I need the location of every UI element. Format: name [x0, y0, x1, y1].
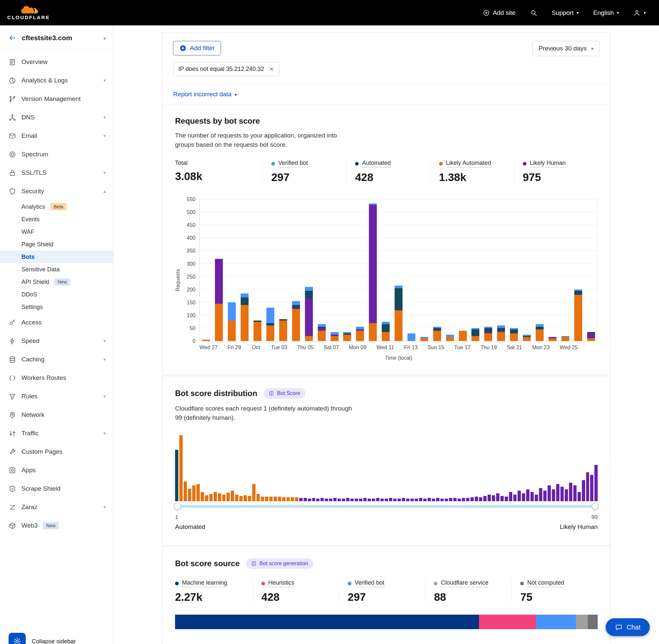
- chart-bar: [228, 200, 236, 341]
- sidebar-item-rules[interactable]: Rules▾: [0, 387, 113, 406]
- sidebar-item-sensitive-data[interactable]: Sensitive Data: [0, 263, 113, 276]
- bar-segment-automated: [382, 324, 390, 332]
- sidebar-item-ddos[interactable]: DDoS: [0, 288, 113, 301]
- bar-segment-likely-automated: [446, 337, 454, 341]
- stat-label[interactable]: Not computed: [527, 579, 564, 587]
- sidebar-item-custom-pages[interactable]: Custom Pages: [0, 442, 113, 461]
- stat-label[interactable]: Machine learning: [182, 579, 227, 587]
- bot-score-generation-badge[interactable]: Bot score generation: [246, 558, 313, 569]
- filter-chip[interactable]: IP does not equal 35.212.240.32: [173, 62, 280, 76]
- stat-automated: Automated428: [346, 160, 430, 184]
- account-menu[interactable]: ▾: [633, 9, 646, 17]
- chevron-right-icon[interactable]: ▸: [104, 35, 107, 41]
- histogram-bar: [274, 497, 277, 501]
- sidebar-item-access[interactable]: Access: [0, 313, 113, 332]
- sidebar-item-page-shield[interactable]: Page Shield: [0, 238, 113, 251]
- stat-label[interactable]: Automated: [362, 160, 391, 167]
- sidebar-item-overview[interactable]: Overview: [0, 53, 113, 71]
- sidebar-item-bots[interactable]: Bots: [0, 251, 113, 263]
- histogram-bar: [291, 497, 294, 501]
- sidebar-item-label: Network: [21, 411, 45, 418]
- sidebar-item-dns[interactable]: DNS▾: [0, 108, 113, 127]
- slider-handle-min[interactable]: [174, 503, 181, 510]
- bar-segment-automated: [433, 328, 441, 331]
- stat-label[interactable]: Likely Human: [530, 160, 566, 167]
- bar-segment-verified-bot: [356, 327, 364, 329]
- chevron-down-icon: ▾: [103, 338, 106, 344]
- sidebar-item-workers-routes[interactable]: Workers Routes: [0, 369, 113, 387]
- topbar-actions: Add site Support ▾ English ▾ ▾: [483, 9, 646, 17]
- stat-value: 88: [434, 591, 511, 603]
- histogram-bar: [192, 485, 195, 501]
- sidebar-item-traffic[interactable]: Traffic▾: [0, 424, 113, 442]
- stat-label[interactable]: Likely Automated: [446, 160, 491, 167]
- sidebar-item-web3[interactable]: Web3New: [0, 516, 113, 535]
- bar-segment-likely-automated: [459, 331, 467, 341]
- chart-bar: [343, 200, 351, 341]
- sidebar-item-analytics-logs[interactable]: Analytics & Logs▾: [0, 71, 113, 90]
- sidebar-item-settings[interactable]: Settings: [0, 301, 113, 313]
- y-tick-label: 100: [187, 313, 195, 319]
- back-arrow-icon[interactable]: [8, 34, 17, 42]
- stat-label[interactable]: Cloudflare service: [441, 579, 488, 587]
- sidebar-item-events[interactable]: Events: [0, 213, 113, 226]
- slider-handle-max[interactable]: [592, 503, 599, 510]
- x-tick-label: Sun 15: [428, 345, 444, 350]
- sidebar-footer: Collapse sidebar: [0, 627, 113, 644]
- support-menu[interactable]: Support ▾: [552, 9, 579, 17]
- sidebar-item-caching[interactable]: Caching▾: [0, 350, 113, 369]
- report-incorrect-data-link[interactable]: Report incorrect data ▸: [173, 91, 237, 98]
- bar-segment-likely-automated: [279, 321, 287, 341]
- settings-gear-button[interactable]: [8, 633, 26, 644]
- sidebar-item-email[interactable]: Email▾: [0, 127, 113, 145]
- stat-label: Total: [175, 160, 188, 166]
- bot-score-badge[interactable]: Bot Score: [264, 388, 305, 399]
- add-site-button[interactable]: Add site: [483, 9, 516, 17]
- x-tick-label: [578, 345, 587, 350]
- sidebar-item-version-management[interactable]: Version Management: [0, 90, 113, 108]
- sidebar-item-security[interactable]: Security▴: [0, 182, 113, 201]
- histogram-bar: [488, 495, 491, 501]
- sidebar-item-api-shield[interactable]: API ShieldNew: [0, 276, 113, 288]
- histogram-bar: [239, 496, 243, 501]
- histogram-bar: [359, 499, 362, 501]
- histogram-bar: [560, 487, 564, 501]
- chat-button[interactable]: Chat: [606, 618, 650, 636]
- sidebar-item-apps[interactable]: Apps: [0, 461, 113, 480]
- histogram-bar: [492, 495, 495, 501]
- bar-segment-likely-automated: [395, 310, 402, 341]
- sidebar-item-zaraz[interactable]: Zaraz▾: [0, 498, 113, 516]
- sidebar-item-scrape-shield[interactable]: Scrape Shield: [0, 480, 113, 498]
- close-icon[interactable]: [269, 66, 274, 72]
- add-filter-button[interactable]: Add filter: [173, 41, 221, 55]
- chart-bar: [241, 200, 249, 341]
- sidebar-item-spectrum[interactable]: Spectrum: [0, 145, 113, 164]
- search-icon[interactable]: [530, 9, 537, 17]
- stat-label[interactable]: Verified bot: [355, 579, 384, 587]
- sidebar-item-waf[interactable]: WAF: [0, 226, 113, 238]
- bar-segment-verified-bot: [407, 334, 415, 341]
- sidebar-item-label: Workers Routes: [21, 374, 66, 382]
- bar-segment-verified-bot: [292, 301, 300, 305]
- language-menu[interactable]: English ▾: [593, 9, 619, 17]
- cloudflare-logo[interactable]: CLOUDFLARE: [7, 6, 50, 20]
- sidebar-item-network[interactable]: Network: [0, 406, 113, 424]
- bolt-icon: [8, 337, 16, 345]
- sidebar-item-ssl-tls[interactable]: SSL/TLS▾: [0, 164, 113, 182]
- bar-segment-verified-bot: [382, 322, 390, 324]
- histogram-bar: [222, 495, 226, 501]
- stat-machine-learning: Machine learning2.27k: [175, 579, 253, 603]
- legend-dot: [175, 582, 179, 585]
- histogram-bar: [329, 499, 332, 501]
- stat-label[interactable]: Verified bot: [278, 160, 308, 167]
- sidebar-item-speed[interactable]: Speed▾: [0, 332, 113, 350]
- bar-segment-likely-automated: [420, 338, 428, 341]
- slider-track[interactable]: [175, 505, 598, 508]
- layers-icon: [8, 356, 16, 363]
- stat-label[interactable]: Heuristics: [268, 579, 295, 587]
- chevron-down-icon: ▾: [643, 10, 646, 15]
- x-tick-label: Wed 27: [199, 345, 217, 350]
- sidebar-item-analytics[interactable]: AnalyticsBeta: [0, 201, 113, 213]
- time-range-select[interactable]: Previous 30 days ▾: [533, 41, 600, 56]
- collapse-sidebar-label[interactable]: Collapse sidebar: [32, 638, 76, 644]
